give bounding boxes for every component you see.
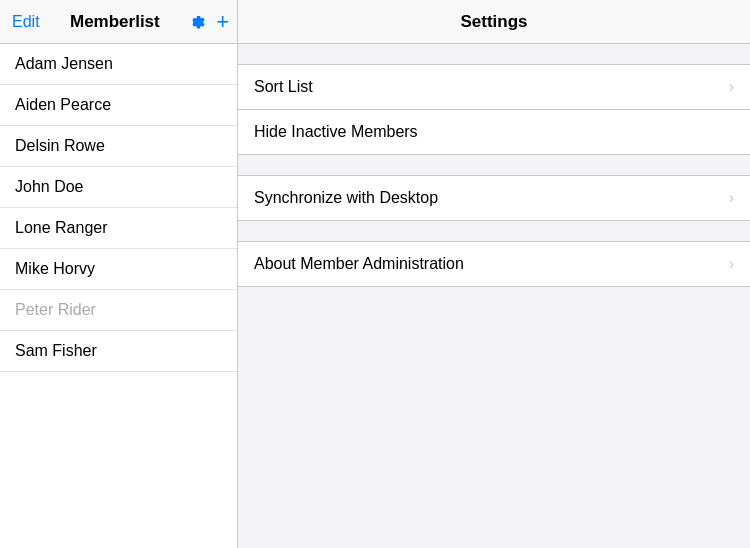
edit-button[interactable]: Edit: [8, 13, 44, 31]
member-list-item[interactable]: Delsin Rowe: [0, 126, 237, 167]
member-list-item[interactable]: Lone Ranger: [0, 208, 237, 249]
member-list-item[interactable]: Adam Jensen: [0, 44, 237, 85]
settings-group: Synchronize with Desktop›: [238, 175, 750, 221]
settings-row-label: Synchronize with Desktop: [254, 189, 729, 207]
settings-row[interactable]: About Member Administration›: [238, 241, 750, 287]
chevron-right-icon: ›: [729, 189, 734, 207]
settings-row-label: About Member Administration: [254, 255, 729, 273]
settings-row-label: Hide Inactive Members: [254, 123, 734, 141]
chevron-right-icon: ›: [729, 255, 734, 273]
settings-row[interactable]: Synchronize with Desktop›: [238, 175, 750, 221]
member-list-item[interactable]: Aiden Pearce: [0, 85, 237, 126]
main-content: Adam JensenAiden PearceDelsin RoweJohn D…: [0, 44, 750, 548]
settings-row-label: Sort List: [254, 78, 729, 96]
plus-icon: +: [216, 11, 229, 33]
nav-left: Edit Memberlist +: [0, 0, 238, 43]
settings-title: Settings: [460, 12, 527, 32]
member-list-item[interactable]: Mike Horvy: [0, 249, 237, 290]
nav-right: Settings: [238, 0, 750, 43]
add-member-button[interactable]: +: [216, 11, 229, 33]
settings-icon-button[interactable]: [186, 12, 206, 32]
member-list-item[interactable]: John Doe: [0, 167, 237, 208]
member-list-item[interactable]: Peter Rider: [0, 290, 237, 331]
app-container: Edit Memberlist + Settings Adam JensenAi…: [0, 0, 750, 548]
member-list: Adam JensenAiden PearceDelsin RoweJohn D…: [0, 44, 238, 548]
member-list-item[interactable]: Sam Fisher: [0, 331, 237, 372]
chevron-right-icon: ›: [729, 78, 734, 96]
settings-group: About Member Administration›: [238, 241, 750, 287]
settings-row[interactable]: Hide Inactive Members: [238, 110, 750, 155]
nav-icons: +: [186, 11, 229, 33]
nav-bar: Edit Memberlist + Settings: [0, 0, 750, 44]
memberlist-title: Memberlist: [52, 12, 179, 32]
settings-panel: Sort List›Hide Inactive MembersSynchroni…: [238, 44, 750, 548]
settings-group: Sort List›Hide Inactive Members: [238, 64, 750, 155]
gear-icon: [186, 12, 206, 32]
settings-row[interactable]: Sort List›: [238, 64, 750, 110]
